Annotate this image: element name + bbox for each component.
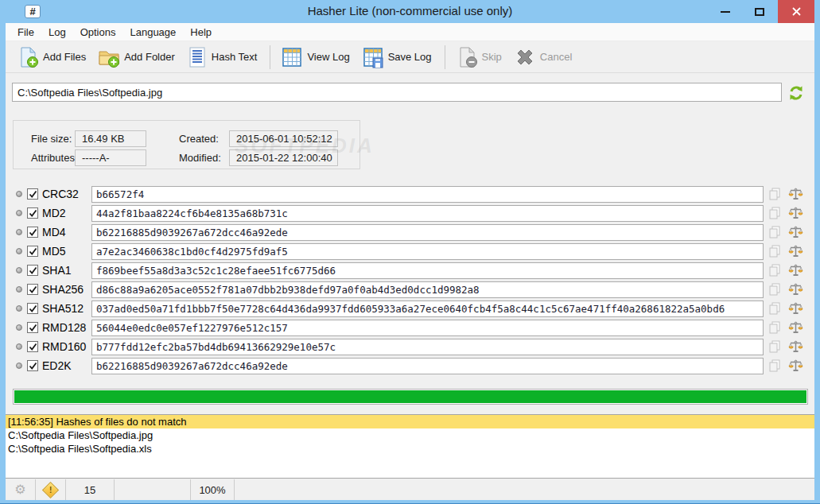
hash-checkbox[interactable]: [27, 207, 38, 219]
log-line[interactable]: C:\Softpedia Files\Softpedia.xls: [6, 442, 814, 456]
compare-hash-button[interactable]: [788, 207, 803, 220]
file-path-input[interactable]: [12, 83, 782, 102]
file-size-label: File size:: [31, 133, 72, 145]
hash-value-field[interactable]: f869beef55a8d3a3c52c1c28efaee51fc6775d66: [91, 262, 764, 279]
close-button[interactable]: [778, 0, 814, 23]
copy-hash-button[interactable]: [768, 359, 781, 372]
hash-row: MD4 b62216885d9039267a672dcc46a92ede: [6, 223, 814, 242]
save-log-button[interactable]: Save Log: [357, 43, 439, 72]
hash-checkbox[interactable]: [27, 246, 38, 257]
hash-value-field[interactable]: a7e2ac3460638c1bd0cf4d2975fd9af5: [91, 243, 764, 260]
refresh-button[interactable]: [787, 83, 806, 103]
menu-log[interactable]: Log: [41, 24, 73, 41]
skip-button[interactable]: Skip: [451, 43, 509, 72]
menu-options[interactable]: Options: [73, 24, 123, 41]
copy-hash-button[interactable]: [768, 245, 781, 258]
copy-icon: [768, 359, 781, 372]
save-log-icon: [362, 46, 384, 68]
compare-hash-button[interactable]: [788, 245, 803, 258]
hash-algorithm-label: RMD128: [42, 321, 91, 334]
hash-row: SHA512 037ad0ed50a71fd1bbb7f50e7728c64d4…: [6, 299, 814, 318]
copy-icon: [768, 207, 781, 219]
file-count-cell: 15: [66, 479, 115, 500]
compare-hash-button[interactable]: [788, 226, 803, 239]
copy-hash-button[interactable]: [768, 188, 781, 200]
app-window: # Hasher Lite (non-commercial use only) …: [0, 0, 820, 504]
minimize-button[interactable]: [710, 0, 740, 23]
copy-hash-button[interactable]: [768, 264, 781, 277]
hash-value-field[interactable]: d86c88a9a6205ace0552f781a07dbb2b938defd9…: [91, 281, 764, 298]
compare-hash-button[interactable]: [788, 359, 803, 373]
created-value: 2015-06-01 10:52:12: [229, 130, 338, 147]
log-line[interactable]: C:\Softpedia Files\Softpedia.jpg: [6, 428, 814, 442]
hash-algorithm-label: ED2K: [42, 359, 91, 372]
copy-hash-button[interactable]: [768, 207, 781, 219]
maximize-button[interactable]: [744, 0, 775, 23]
copy-hash-button[interactable]: [768, 340, 781, 353]
hash-algorithm-label: SHA512: [42, 302, 91, 315]
hash-checkbox[interactable]: [27, 360, 38, 371]
menu-help[interactable]: Help: [183, 24, 219, 41]
status-led-icon: [16, 229, 22, 235]
log-panel: [11:56:35] Hashes of files do not matchC…: [6, 414, 814, 479]
hash-checkbox[interactable]: [27, 188, 38, 200]
menu-bar: File Log Options Language Help: [6, 23, 814, 41]
hash-checkbox[interactable]: [27, 265, 38, 276]
toolbar: Add Files Add Folder Hash Text: [6, 41, 814, 73]
cancel-label: Cancel: [540, 51, 572, 63]
cancel-button[interactable]: Cancel: [509, 43, 579, 72]
hash-checkbox[interactable]: [27, 303, 38, 314]
check-icon: [29, 285, 37, 294]
hash-text-button[interactable]: Hash Text: [182, 43, 265, 72]
status-led-icon: [16, 286, 22, 293]
compare-hash-button[interactable]: [788, 302, 803, 316]
compare-hash-button[interactable]: [788, 340, 803, 354]
cancel-icon: [514, 46, 536, 68]
compare-hash-button[interactable]: [788, 283, 803, 297]
add-folder-button[interactable]: Add Folder: [93, 43, 182, 72]
settings-cell[interactable]: ⚙: [6, 479, 36, 500]
status-led-icon: [16, 305, 22, 312]
menu-language[interactable]: Language: [122, 24, 183, 41]
file-count: 15: [84, 484, 95, 496]
copy-hash-button[interactable]: [768, 321, 781, 334]
copy-hash-button[interactable]: [768, 283, 781, 296]
hash-row: SHA256 d86c88a9a6205ace0552f781a07dbb2b9…: [6, 280, 814, 299]
hash-value-field[interactable]: 56044e0edc0e057ef1227976e512c157: [91, 320, 764, 336]
check-icon: [29, 266, 37, 275]
hash-text-label: Hash Text: [212, 51, 258, 63]
hash-value-field[interactable]: 44a2f81baa8224cf6b4e8135a68b731c: [91, 205, 764, 222]
hash-value-field[interactable]: b777fdd12efc2ba57bd4db69413662929e10e57c: [91, 339, 764, 355]
hash-checkbox[interactable]: [27, 322, 38, 333]
log-line[interactable]: [11:56:35] Hashes of files do not match: [6, 415, 814, 428]
attributes-label: Attributes:: [31, 152, 78, 164]
hash-value-field[interactable]: b62216885d9039267a672dcc46a92ede: [91, 224, 764, 241]
hash-checkbox[interactable]: [27, 227, 38, 238]
hash-row: MD5 a7e2ac3460638c1bd0cf4d2975fd9af5: [6, 242, 814, 261]
copy-hash-button[interactable]: [768, 302, 781, 315]
hash-checkbox[interactable]: [27, 284, 38, 295]
add-files-button[interactable]: Add Files: [12, 43, 93, 72]
hash-value-field[interactable]: b66572f4: [91, 186, 764, 203]
modified-value: 2015-01-22 12:00:40: [229, 149, 338, 166]
check-icon: [29, 304, 37, 313]
compare-hash-button[interactable]: [788, 188, 803, 201]
progress-bar: [13, 389, 808, 405]
copy-icon: [768, 264, 781, 277]
hash-algorithm-label: MD5: [42, 245, 91, 258]
hash-text-icon: [187, 46, 208, 68]
check-icon: [29, 343, 37, 351]
copy-hash-button[interactable]: [768, 226, 781, 238]
hash-checkbox[interactable]: [27, 341, 38, 352]
skip-icon: [456, 46, 478, 68]
hash-value-field[interactable]: 037ad0ed50a71fd1bbb7f50e7728c64d436da993…: [91, 300, 764, 317]
view-log-button[interactable]: View Log: [276, 43, 356, 72]
toolbar-separator: [445, 45, 445, 69]
compare-hash-button[interactable]: [788, 264, 803, 277]
menu-file[interactable]: File: [10, 24, 41, 41]
copy-icon: [768, 188, 781, 200]
compare-hash-button[interactable]: [788, 321, 803, 335]
copy-icon: [768, 321, 781, 334]
hash-algorithm-label: SHA1: [42, 264, 91, 277]
hash-value-field[interactable]: b62216885d9039267a672dcc46a92ede: [91, 358, 764, 374]
